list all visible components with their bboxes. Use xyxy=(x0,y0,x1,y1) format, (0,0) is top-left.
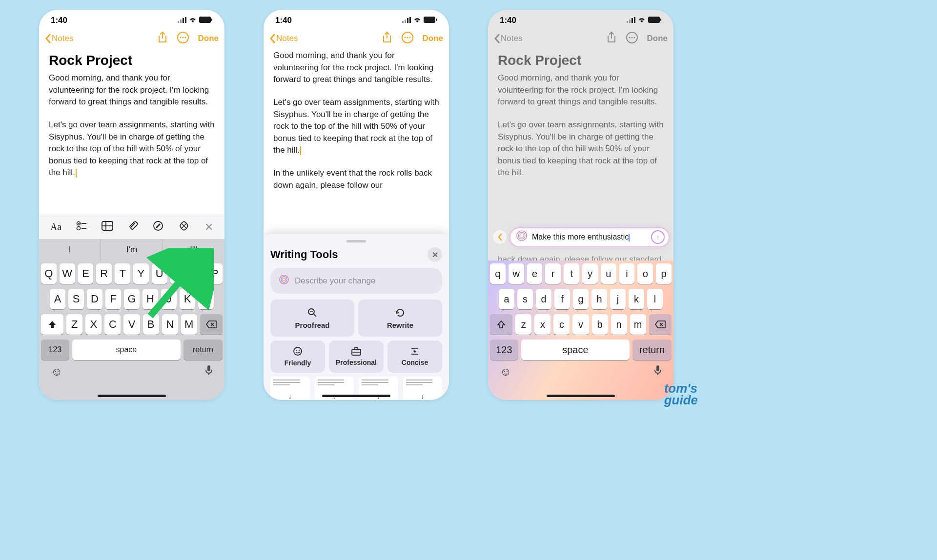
key-i[interactable]: i xyxy=(619,263,635,284)
prediction-1[interactable]: I xyxy=(39,239,101,260)
professional-button[interactable]: Professional xyxy=(329,340,384,373)
key-d[interactable]: d xyxy=(536,289,551,309)
back-button[interactable]: Notes xyxy=(45,34,73,43)
key-i[interactable]: I xyxy=(170,263,186,284)
return-key[interactable]: return xyxy=(632,340,672,360)
key-r[interactable]: R xyxy=(96,263,112,284)
key-z[interactable]: Z xyxy=(66,314,82,335)
key-g[interactable]: g xyxy=(573,289,589,309)
space-key[interactable]: space xyxy=(72,340,181,360)
key-y[interactable]: Y xyxy=(133,263,149,284)
back-button[interactable]: Notes xyxy=(269,34,298,43)
keyboard[interactable]: qwertyuiop asdfghjkl zxcvbnm 123spaceret… xyxy=(488,260,673,400)
key-l[interactable]: l xyxy=(647,289,663,309)
key-q[interactable]: q xyxy=(490,263,506,284)
key-c[interactable]: C xyxy=(104,314,121,335)
emoji-key[interactable]: ☺ xyxy=(500,365,512,379)
describe-change-input[interactable]: Describe your change xyxy=(270,268,442,294)
prediction-2[interactable]: I'm xyxy=(101,239,163,260)
key-p[interactable]: p xyxy=(656,263,672,284)
key-s[interactable]: S xyxy=(68,289,84,309)
sheet-grabber[interactable] xyxy=(346,240,366,242)
dictation-key[interactable] xyxy=(205,365,213,379)
key-w[interactable]: w xyxy=(509,263,524,284)
home-indicator[interactable] xyxy=(547,395,615,397)
key-m[interactable]: m xyxy=(630,314,646,335)
shift-key[interactable] xyxy=(41,314,63,335)
note-editor[interactable]: Rock Project Good morning, and thank you… xyxy=(39,50,224,215)
home-indicator[interactable] xyxy=(98,395,166,397)
prediction-3[interactable]: I'll xyxy=(163,239,224,260)
key-s[interactable]: s xyxy=(517,289,533,309)
key-h[interactable]: H xyxy=(143,289,158,309)
more-icon[interactable] xyxy=(177,31,189,46)
key-z[interactable]: z xyxy=(515,314,531,335)
attachment-icon[interactable] xyxy=(128,220,139,234)
key-g[interactable]: G xyxy=(124,289,140,309)
emoji-key[interactable]: ☺ xyxy=(51,365,63,379)
key-t[interactable]: t xyxy=(564,263,579,284)
summary-preview[interactable]: ↓ xyxy=(270,377,310,400)
close-toolbar-icon[interactable]: ✕ xyxy=(204,221,213,234)
backspace-key[interactable] xyxy=(649,314,672,335)
dictation-key[interactable] xyxy=(654,365,662,379)
numbers-key[interactable]: 123 xyxy=(41,340,69,360)
key-e[interactable]: e xyxy=(527,263,543,284)
done-button[interactable]: Done xyxy=(423,34,444,43)
concise-button[interactable]: Concise xyxy=(387,340,442,373)
apple-intelligence-icon[interactable] xyxy=(178,220,190,234)
share-icon[interactable] xyxy=(382,31,392,46)
key-n[interactable]: N xyxy=(162,314,178,335)
key-x[interactable]: X xyxy=(85,314,102,335)
key-m[interactable]: M xyxy=(181,314,197,335)
key-b[interactable]: B xyxy=(143,314,159,335)
checklist-icon[interactable] xyxy=(76,221,87,233)
keyboard[interactable]: QWERTYUIOP ASDFGHJKL ZXCVBNM 123spaceret… xyxy=(39,260,224,400)
key-u[interactable]: u xyxy=(601,263,616,284)
key-x[interactable]: x xyxy=(534,314,550,335)
numbers-key[interactable]: 123 xyxy=(490,340,518,360)
friendly-button[interactable]: Friendly xyxy=(270,340,325,373)
key-v[interactable]: v xyxy=(572,314,589,335)
key-j[interactable]: J xyxy=(161,289,177,309)
key-o[interactable]: O xyxy=(188,263,204,284)
return-key[interactable]: return xyxy=(183,340,223,360)
share-icon[interactable] xyxy=(157,31,168,46)
key-q[interactable]: Q xyxy=(41,263,57,284)
key-t[interactable]: T xyxy=(115,263,130,284)
space-key[interactable]: space xyxy=(521,340,630,360)
key-k[interactable]: K xyxy=(180,289,195,309)
key-b[interactable]: b xyxy=(592,314,608,335)
key-v[interactable]: V xyxy=(123,314,140,335)
table-preview[interactable]: ↓ xyxy=(403,377,443,400)
key-d[interactable]: D xyxy=(87,289,102,309)
key-k[interactable]: k xyxy=(629,289,644,309)
text-format-icon[interactable]: Aa xyxy=(50,221,61,233)
key-p[interactable]: P xyxy=(207,263,223,284)
key-y[interactable]: y xyxy=(582,263,598,284)
key-j[interactable]: j xyxy=(610,289,626,309)
back-button[interactable]: Notes xyxy=(494,34,522,43)
rewrite-button[interactable]: Rewrite xyxy=(358,300,442,337)
key-n[interactable]: n xyxy=(611,314,627,335)
ai-prompt-input[interactable]: Make this more enthusiastic ↑ xyxy=(510,228,669,246)
home-indicator[interactable] xyxy=(322,395,390,397)
more-icon[interactable] xyxy=(401,31,414,46)
key-u[interactable]: U xyxy=(152,263,167,284)
key-h[interactable]: h xyxy=(591,289,607,309)
key-c[interactable]: c xyxy=(553,314,570,335)
key-l[interactable]: L xyxy=(198,289,214,309)
send-button[interactable]: ↑ xyxy=(651,230,665,244)
shift-key[interactable] xyxy=(490,314,512,335)
proofread-button[interactable]: Proofread xyxy=(270,300,354,337)
key-f[interactable]: F xyxy=(105,289,121,309)
key-r[interactable]: r xyxy=(545,263,561,284)
done-button[interactable]: Done xyxy=(198,34,219,43)
key-e[interactable]: E xyxy=(78,263,94,284)
key-o[interactable]: o xyxy=(637,263,653,284)
key-f[interactable]: f xyxy=(554,289,570,309)
key-w[interactable]: W xyxy=(60,263,75,284)
ai-back-button[interactable] xyxy=(493,230,507,244)
close-sheet-button[interactable]: ✕ xyxy=(428,247,442,262)
table-icon[interactable] xyxy=(102,221,113,233)
